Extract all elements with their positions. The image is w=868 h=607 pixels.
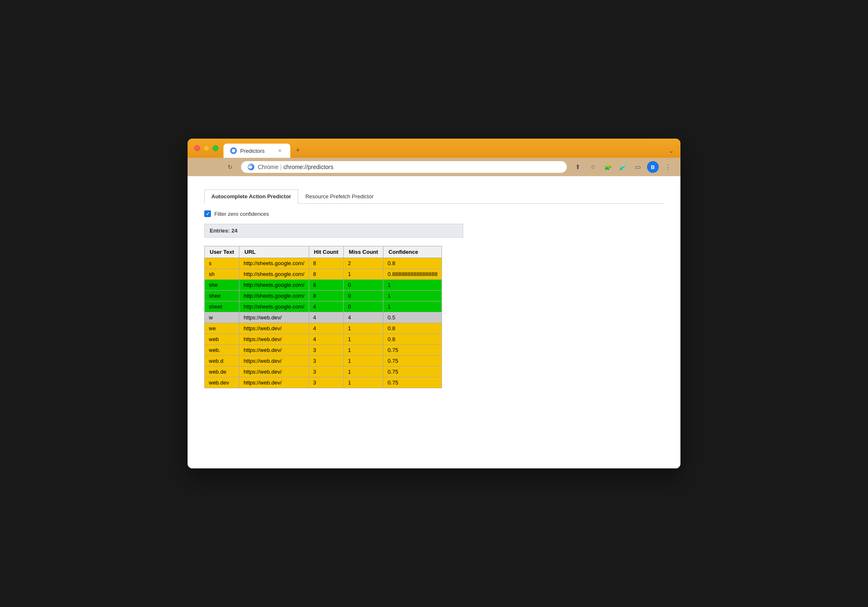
cell-hit-count: 4 [309,334,343,345]
cell-user-text: sh [205,269,239,280]
table-row: w https://web.dev/ 4 4 0.5 [205,312,442,323]
col-header-miss-count: Miss Count [344,246,383,258]
cell-miss-count: 1 [344,377,383,388]
tab-autocomplete[interactable]: Autocomplete Action Predictor [204,190,298,204]
col-header-url: URL [239,246,309,258]
maximize-button[interactable] [213,145,218,151]
table-row: web.dev https://web.dev/ 3 1 0.75 [205,377,442,388]
share-icon[interactable]: ⬆ [572,161,584,173]
cell-hit-count: 3 [309,377,343,388]
tab-favicon [230,147,237,154]
cell-miss-count: 1 [344,269,383,280]
cell-hit-count: 3 [309,367,343,377]
cell-url: https://web.dev/ [239,356,309,367]
cell-miss-count: 0 [344,301,383,312]
cell-url: https://web.dev/ [239,323,309,334]
cell-url: http://sheets.google.com/ [239,291,309,301]
cell-confidence: 0.8 [383,334,442,345]
omnibox[interactable]: Chrome | chrome://predictors [241,161,567,173]
cell-confidence: 0.888888888888888 [383,269,442,280]
cell-confidence: 1 [383,301,442,312]
cell-user-text: web.dev [205,377,239,388]
avatar[interactable]: B [647,161,659,173]
cell-hit-count: 8 [309,269,343,280]
table-row: web. https://web.dev/ 3 1 0.75 [205,345,442,356]
cell-miss-count: 1 [344,334,383,345]
close-button[interactable] [194,145,200,151]
forward-button[interactable]: → [209,161,221,173]
tabs-area: Predictors × + ⌄ [223,144,674,158]
cell-hit-count: 8 [309,258,343,269]
col-header-user-text: User Text [205,246,239,258]
cell-hit-count: 4 [309,312,343,323]
predictors-table: User Text URL Hit Count Miss Count Confi… [204,246,442,388]
omnibox-url: chrome://predictors [283,164,333,170]
table-row: web.d https://web.dev/ 3 1 0.75 [205,356,442,367]
cell-miss-count: 1 [344,356,383,367]
minimize-button[interactable] [203,145,209,151]
tab-close-button[interactable]: × [276,147,284,154]
browser-window: Predictors × + ⌄ ← → ↻ Chrome | chrome:/… [188,139,680,468]
cell-url: http://sheets.google.com/ [239,258,309,269]
cell-url: https://web.dev/ [239,377,309,388]
cell-confidence: 0.75 [383,356,442,367]
cell-confidence: 0.8 [383,258,442,269]
site-icon [248,164,254,170]
cell-confidence: 0.75 [383,377,442,388]
cell-miss-count: 1 [344,323,383,334]
cell-confidence: 0.75 [383,367,442,377]
cell-url: http://sheets.google.com/ [239,280,309,291]
cell-confidence: 0.8 [383,323,442,334]
cell-miss-count: 1 [344,367,383,377]
toolbar-icons: ⬆ ☆ 🧩 🧪 ▭ B ⋮ [572,161,674,173]
cell-user-text: she [205,280,239,291]
table-row: shee http://sheets.google.com/ 8 0 1 [205,291,442,301]
omnibox-separator: | [280,164,282,170]
browser-tab-predictors[interactable]: Predictors × [223,144,290,158]
extensions-icon[interactable]: 🧩 [602,161,614,173]
cell-user-text: w [205,312,239,323]
cell-miss-count: 1 [344,345,383,356]
cell-confidence: 1 [383,280,442,291]
cell-url: http://sheets.google.com/ [239,269,309,280]
cell-miss-count: 0 [344,280,383,291]
entries-count: Entries: 24 [210,228,237,234]
cell-user-text: we [205,323,239,334]
cell-url: https://web.dev/ [239,367,309,377]
cell-user-text: web [205,334,239,345]
cell-url: http://sheets.google.com/ [239,301,309,312]
sidebar-icon[interactable]: ▭ [632,161,644,173]
page-content: Autocomplete Action Predictor Resource P… [188,176,680,468]
filter-label: Filter zero confidences [214,211,269,217]
nav-buttons: ← → ↻ [194,161,236,173]
table-row: s http://sheets.google.com/ 8 2 0.8 [205,258,442,269]
table-row: we https://web.dev/ 4 1 0.8 [205,323,442,334]
cell-hit-count: 8 [309,280,343,291]
menu-icon[interactable]: ⋮ [662,161,674,173]
table-row: web https://web.dev/ 4 1 0.8 [205,334,442,345]
col-header-hit-count: Hit Count [309,246,343,258]
entries-bar: Entries: 24 [204,224,463,238]
omnibox-site-name: Chrome [258,164,279,170]
omnibox-text: Chrome | chrome://predictors [258,164,333,170]
cell-user-text: web.d [205,356,239,367]
dropper-icon[interactable]: 🧪 [617,161,629,173]
cell-confidence: 0.75 [383,345,442,356]
new-tab-button[interactable]: + [292,144,304,156]
tab-strip-menu-button[interactable]: ⌄ [668,147,674,158]
refresh-button[interactable]: ↻ [224,161,236,173]
tab-resource-prefetch[interactable]: Resource Prefetch Predictor [298,190,381,203]
cell-hit-count: 4 [309,301,343,312]
back-button[interactable]: ← [194,161,206,173]
filter-checkbox[interactable] [204,210,211,217]
bookmark-icon[interactable]: ☆ [587,161,599,173]
table-row: she http://sheets.google.com/ 8 0 1 [205,280,442,291]
cell-confidence: 1 [383,291,442,301]
cell-url: https://web.dev/ [239,345,309,356]
table-row: sh http://sheets.google.com/ 8 1 0.88888… [205,269,442,280]
col-header-confidence: Confidence [383,246,442,258]
cell-user-text: web. [205,345,239,356]
svg-point-0 [232,149,235,152]
cell-hit-count: 8 [309,291,343,301]
cell-confidence: 0.5 [383,312,442,323]
